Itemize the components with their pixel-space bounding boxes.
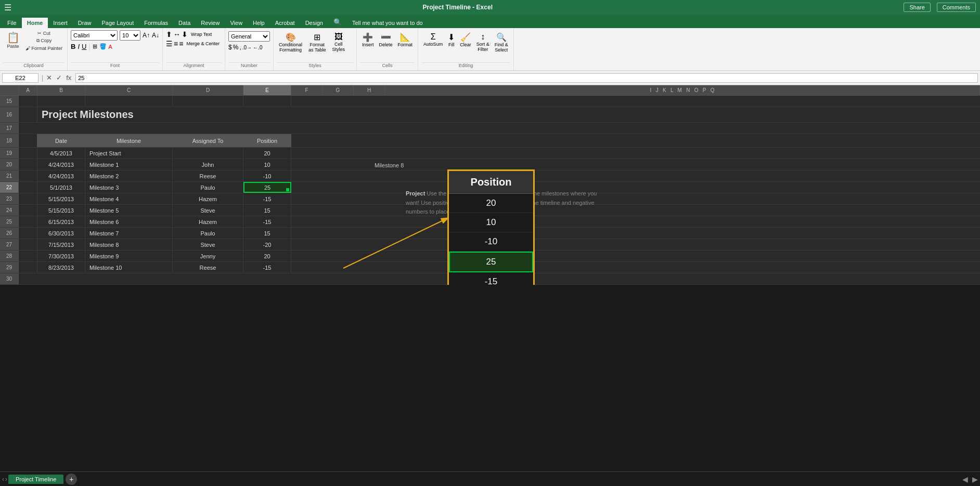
cell-d24[interactable]: Steve — [173, 205, 243, 216]
cell-c22[interactable]: Milestone 3 — [85, 182, 173, 193]
cell-e21[interactable]: -10 — [243, 170, 291, 181]
cell-e23[interactable]: -15 — [243, 193, 291, 204]
tab-acrobat[interactable]: Acrobat — [270, 18, 300, 28]
row-header[interactable]: 15 — [0, 96, 19, 107]
font-color-button[interactable]: A — [109, 44, 112, 50]
copy-button[interactable]: ⧉ Copy — [24, 37, 64, 44]
increase-font-button[interactable]: A↑ — [143, 32, 150, 39]
tab-review[interactable]: Review — [196, 18, 225, 28]
cell-d19[interactable] — [173, 148, 243, 159]
cell-c18[interactable]: Milestone — [85, 134, 173, 147]
list-item[interactable]: -10 — [449, 232, 533, 252]
cell-d18[interactable]: Assigned To — [173, 134, 243, 147]
row-header-25[interactable]: 25 — [0, 216, 19, 227]
cell-e27[interactable]: -20 — [243, 239, 291, 250]
format-cells-button[interactable]: 📐Format — [396, 31, 415, 48]
increase-decimal-button[interactable]: .0→ — [242, 44, 252, 51]
cell-e18[interactable]: Position — [243, 134, 291, 147]
tab-file[interactable]: File — [2, 18, 22, 28]
row-header-23[interactable]: 23 — [0, 193, 19, 204]
font-size-select[interactable]: 10 — [120, 30, 140, 41]
tab-data[interactable]: Data — [173, 18, 196, 28]
underline-button[interactable]: U — [82, 43, 86, 50]
align-bottom-button[interactable]: ⬇ — [182, 30, 188, 38]
cell-b18[interactable]: Date — [37, 134, 85, 147]
number-format-select[interactable]: General — [228, 31, 270, 42]
cell-d15[interactable] — [173, 96, 243, 107]
cell-c19[interactable]: Project Start — [85, 148, 173, 159]
decrease-font-button[interactable]: A↓ — [152, 32, 159, 39]
cell-d25[interactable]: Hazem — [173, 216, 243, 227]
font-name-select[interactable]: Calibri — [71, 30, 118, 41]
cell-c28[interactable]: Milestone 9 — [85, 251, 173, 261]
cell-e24[interactable]: 15 — [243, 205, 291, 216]
find-select-button[interactable]: 🔍Find &Select — [493, 31, 510, 54]
cell-b22[interactable]: 5/1/2013 — [37, 182, 85, 193]
list-item[interactable]: 20 — [449, 194, 533, 213]
currency-button[interactable]: $ — [228, 44, 232, 51]
cell-b16[interactable]: Project Milestones — [37, 107, 173, 122]
search-icon[interactable]: 🔍 — [328, 16, 347, 28]
cell-e19[interactable]: 20 — [243, 148, 291, 159]
cell-e28[interactable]: 20 — [243, 251, 291, 261]
cell-b26[interactable]: 6/30/2013 — [37, 228, 85, 239]
cell-c15[interactable] — [85, 96, 173, 107]
align-right-button[interactable]: ≡ — [179, 40, 183, 48]
cell-b19[interactable]: 4/5/2013 — [37, 148, 85, 159]
tab-help[interactable]: Help — [248, 18, 270, 28]
cell-styles-button[interactable]: 🖼CellStyles — [330, 31, 347, 54]
tell-me[interactable]: Tell me what you want to do — [347, 18, 428, 28]
cell-e25[interactable]: -15 — [243, 216, 291, 227]
formula-input[interactable] — [75, 73, 978, 83]
cell-c25[interactable]: Milestone 6 — [85, 216, 173, 227]
cell-d28[interactable]: Jenny — [173, 251, 243, 261]
tab-view[interactable]: View — [225, 18, 248, 28]
cell-a15[interactable] — [19, 96, 37, 107]
cell-c23[interactable]: Milestone 4 — [85, 193, 173, 204]
cell-b25[interactable]: 6/15/2013 — [37, 216, 85, 227]
confirm-formula-icon[interactable]: ✓ — [54, 74, 64, 82]
cell-c21[interactable]: Milestone 2 — [85, 170, 173, 181]
cell-b20[interactable]: 4/24/2013 — [37, 159, 85, 170]
cell-d21[interactable]: Reese — [173, 170, 243, 181]
cell-c29[interactable]: Milestone 10 — [85, 262, 173, 273]
name-box[interactable] — [2, 73, 38, 83]
percent-button[interactable]: % — [233, 44, 239, 51]
row-header-20[interactable]: 20 — [0, 159, 19, 170]
list-item[interactable]: -15 — [449, 272, 533, 285]
col-header-f[interactable]: F — [291, 85, 323, 95]
tab-design[interactable]: Design — [300, 18, 328, 28]
row-header-28[interactable]: 28 — [0, 251, 19, 261]
tab-page-layout[interactable]: Page Layout — [96, 18, 139, 28]
cell-e15[interactable] — [243, 96, 291, 107]
col-header-e[interactable]: E — [243, 85, 291, 95]
list-item[interactable]: 10 — [449, 213, 533, 232]
cell-c27[interactable]: Milestone 8 — [85, 239, 173, 250]
comments-button[interactable]: Comments — [937, 3, 976, 12]
cell-d20[interactable]: John — [173, 159, 243, 170]
format-painter-button[interactable]: 🖌 Format Painter — [24, 45, 64, 51]
bold-button[interactable]: B — [71, 43, 75, 50]
dropdown-active-item[interactable]: 25 — [449, 252, 533, 272]
col-header-a[interactable]: A — [19, 85, 37, 95]
row-header-27[interactable]: 27 — [0, 239, 19, 250]
col-header-c[interactable]: C — [85, 85, 173, 95]
clear-button[interactable]: 🧹Clear — [458, 31, 473, 54]
fill-button[interactable]: ⬇Fill — [446, 31, 457, 54]
row-header-19[interactable]: 19 — [0, 148, 19, 159]
cell-d26[interactable]: Paulo — [173, 228, 243, 239]
fill-handle[interactable] — [286, 188, 289, 191]
tab-insert[interactable]: Insert — [48, 18, 73, 28]
row-header-26[interactable]: 26 — [0, 228, 19, 239]
fill-color-button[interactable]: 🪣 — [99, 43, 107, 50]
decrease-decimal-button[interactable]: ←.0 — [253, 44, 262, 51]
row-header-22[interactable]: 22 — [0, 182, 19, 193]
align-middle-button[interactable]: ↔ — [173, 30, 180, 38]
col-header-g[interactable]: G — [323, 85, 354, 95]
row-header[interactable]: 18 — [0, 134, 19, 147]
cell-c20[interactable]: Milestone 1 — [85, 159, 173, 170]
col-header-h[interactable]: H — [354, 85, 385, 95]
cell-b24[interactable]: 5/15/2013 — [37, 205, 85, 216]
cell-b27[interactable]: 7/15/2013 — [37, 239, 85, 250]
cell-b23[interactable]: 5/15/2013 — [37, 193, 85, 204]
